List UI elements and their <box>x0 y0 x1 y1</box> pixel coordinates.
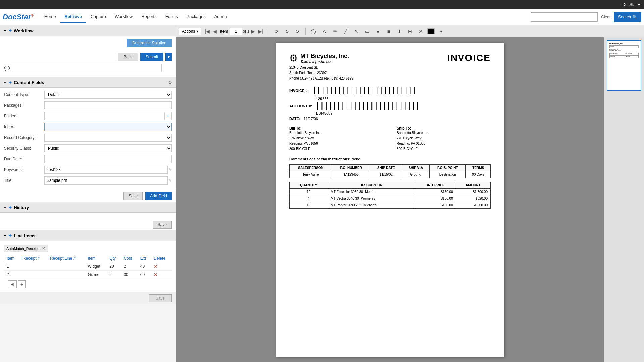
search-button[interactable]: Search 🔍 <box>614 12 641 22</box>
line-items-table: Item Receipt # Receipt Line # Item Qty C… <box>4 255 172 279</box>
rect-tool[interactable]: ▭ <box>363 27 371 36</box>
company-logo: ⚙ MT Bicycles, Inc. Take a trip with us! <box>289 53 353 64</box>
thumbnail-1[interactable]: MT Bicycles, Inc. INVOICE 21345 Crescent… <box>607 40 641 91</box>
nav-home[interactable]: Home <box>40 11 60 23</box>
record-category-select[interactable] <box>44 134 172 142</box>
content-fields-collapse-icon[interactable]: ▼ <box>3 81 7 84</box>
history-add-icon[interactable]: + <box>9 204 12 210</box>
nav-forms[interactable]: Forms <box>161 11 182 23</box>
comment-input[interactable] <box>11 64 162 72</box>
nav-packages[interactable]: Packages <box>183 11 210 23</box>
content-type-select[interactable]: Default <box>44 91 172 99</box>
text-tool[interactable]: A <box>320 27 329 36</box>
bill-to-section: Bill To: Bartolotta Bicycle Inc. 276 Bic… <box>289 126 383 152</box>
line-items-add-icon[interactable]: + <box>9 232 12 239</box>
row2-item-name: Gizmo <box>85 271 107 279</box>
order-table: SALESPERSON P.O. NUMBER SHIP DATE SHIP V… <box>289 164 491 178</box>
inbox-select[interactable] <box>44 123 172 131</box>
back-button[interactable]: Back <box>118 53 138 61</box>
prev-page-button[interactable]: ◀ <box>212 28 218 35</box>
nav-workflow[interactable]: Workflow <box>111 11 137 23</box>
logo[interactable]: DocStar® <box>3 13 34 21</box>
item2-amount: $520.00 <box>456 195 490 202</box>
nav-admin[interactable]: Admin <box>210 11 231 23</box>
page-number-input[interactable] <box>230 28 242 35</box>
first-page-button[interactable]: |◀ <box>203 28 211 35</box>
history-header[interactable]: ▼ + History <box>0 202 176 213</box>
line-items-title: Line Items <box>14 233 35 238</box>
invoice-page: ⚙ MT Bicycles, Inc. Take a trip with us!… <box>276 43 504 357</box>
packages-input[interactable] <box>44 101 172 109</box>
filled-circle-tool[interactable]: ● <box>374 27 382 36</box>
line-items-grid-button[interactable]: ⊞ <box>8 280 17 288</box>
color-picker[interactable] <box>427 28 435 34</box>
date-row: DATE: 11/27/06 <box>289 117 491 121</box>
item3-unit: $100.00 <box>414 202 456 209</box>
content-fields-header[interactable]: ▼ + Content Fields ⚙ <box>0 77 176 88</box>
company-logo-icon: ⚙ <box>289 53 298 64</box>
content-fields-add-icon[interactable]: + <box>9 79 12 85</box>
stamp-tool[interactable]: ⬇ <box>395 27 404 36</box>
redaction-tool[interactable]: ⊞ <box>406 27 414 36</box>
line-tool[interactable]: ╱ <box>341 27 350 36</box>
next-page-button[interactable]: ▶ <box>250 28 256 35</box>
filled-rect-tool[interactable]: ■ <box>384 27 393 36</box>
row2-receipt-num <box>20 271 47 279</box>
address-line2: South Fork, Texas 23097 <box>289 70 353 76</box>
row1-delete[interactable]: ✕ <box>151 262 172 271</box>
field-record-category: Record Category: <box>4 133 172 142</box>
content-fields-gear-icon[interactable]: ⚙ <box>168 80 172 85</box>
history-save-button[interactable]: Save <box>153 221 172 229</box>
circle-tool[interactable]: ◯ <box>309 27 318 36</box>
row2-delete-icon[interactable]: ✕ <box>154 272 158 277</box>
folders-add-button[interactable]: + <box>165 112 172 120</box>
nav-reports[interactable]: Reports <box>137 11 161 23</box>
nav-retrieve[interactable]: Retrieve <box>60 11 86 23</box>
col-item-name: Item <box>85 255 107 262</box>
color-dropdown-button[interactable]: ▾ <box>437 27 445 36</box>
fields-save-button[interactable]: Save <box>123 192 143 200</box>
clear-button[interactable]: Clear <box>599 14 613 20</box>
pointer-tool[interactable]: ↖ <box>352 27 361 36</box>
bill-to-addr2: Reading, PA 01656 <box>289 141 383 146</box>
submit-dropdown-button[interactable]: ▾ <box>165 53 172 61</box>
nav-capture[interactable]: Capture <box>87 11 110 23</box>
user-label[interactable]: DocStar ▾ <box>622 2 640 7</box>
determine-solution-button[interactable]: Determine Solution <box>127 39 172 47</box>
undo-button[interactable]: ↺ <box>272 27 281 36</box>
actions-dropdown-button[interactable]: Actions ▾ <box>179 28 201 35</box>
keywords-edit-icon[interactable]: ✎ <box>168 167 172 172</box>
add-field-button[interactable]: Add Field <box>145 192 172 200</box>
line-items-header[interactable]: ▼ + Line Items <box>0 230 176 241</box>
keywords-input[interactable] <box>44 166 168 174</box>
item3-desc: MT Raptor 2690 26" Children's <box>328 202 414 209</box>
search-area: Clear Search 🔍 <box>531 12 641 22</box>
row2-delete[interactable]: ✕ <box>151 271 172 279</box>
ship-to-addr2: Reading, PA 01656 <box>397 141 491 146</box>
submit-button[interactable]: Submit <box>140 53 163 61</box>
row1-delete-icon[interactable]: ✕ <box>154 264 158 269</box>
due-date-input[interactable] <box>44 155 172 163</box>
line-items-add-row-button[interactable]: + <box>18 280 26 288</box>
cross-tool[interactable]: ✕ <box>416 27 425 36</box>
refresh-button[interactable]: ⟳ <box>293 27 302 36</box>
redo-button[interactable]: ↻ <box>283 27 291 36</box>
folders-input[interactable] <box>44 112 165 120</box>
order-col-ship-date: SHIP DATE <box>370 165 402 171</box>
line-items-collapse-icon[interactable]: ▼ <box>3 234 7 238</box>
workflow-collapse-icon[interactable]: ▼ <box>3 29 7 33</box>
title-input[interactable] <box>44 176 168 185</box>
title-edit-icon[interactable]: ✎ <box>168 178 172 183</box>
workflow-header[interactable]: ▼ + Workflow <box>0 25 176 36</box>
automatch-close-button[interactable]: ✕ <box>42 246 46 251</box>
address-line3: Phone (319) 423-6128 Fax (319) 423-6129 <box>289 76 353 81</box>
invoice-num-label: INVOICE #: <box>289 89 309 93</box>
search-input[interactable] <box>531 12 598 22</box>
bill-to-addr1: 276 Bicycle Way <box>289 136 383 141</box>
line-items-save-button[interactable]: Save <box>149 294 172 302</box>
highlight-tool[interactable]: ✏ <box>331 27 339 36</box>
workflow-add-icon[interactable]: + <box>9 28 12 34</box>
last-page-button[interactable]: ▶| <box>257 28 265 35</box>
security-class-select[interactable]: Public <box>44 144 172 152</box>
history-collapse-icon[interactable]: ▼ <box>3 206 7 209</box>
